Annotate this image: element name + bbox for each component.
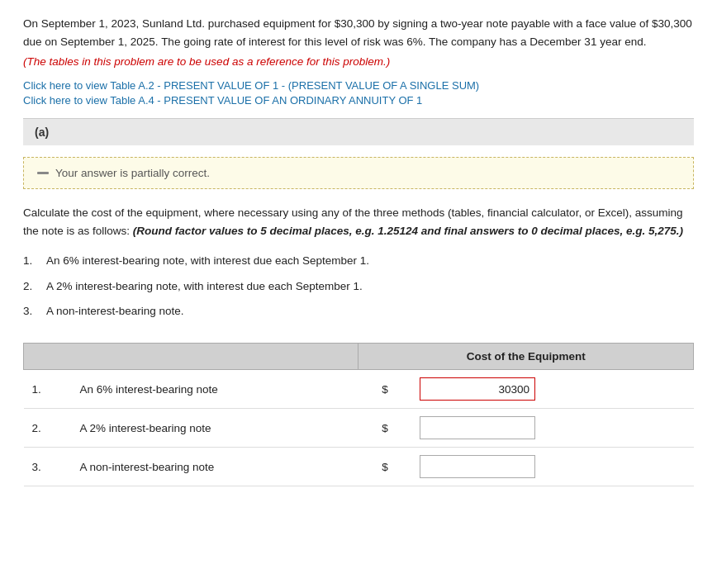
table-empty-header [24, 344, 358, 370]
table-row-1: 1. An 6% interest-bearing note $ [24, 370, 694, 409]
note-num-3: 3. [23, 303, 46, 320]
links-section: Click here to view Table A.2 - PRESENT V… [23, 79, 694, 107]
problem-text: On September 1, 2023, Sunland Ltd. purch… [23, 15, 694, 50]
table-row-2: 2. A 2% interest-bearing note $ [24, 409, 694, 448]
partial-correct-text: Your answer is partially correct. [55, 167, 210, 179]
dollar-1: $ [358, 370, 411, 409]
dollar-2: $ [358, 409, 411, 448]
cost-input-3[interactable] [420, 455, 535, 478]
partial-icon [37, 172, 49, 174]
note-num-1: 1. [23, 253, 46, 269]
note-item-2: 2. A 2% interest-bearing note, with inte… [23, 278, 694, 295]
cost-input-2[interactable] [420, 416, 535, 439]
input-cell-2 [411, 409, 694, 448]
note-text-2: A 2% interest-bearing note, with interes… [46, 278, 363, 295]
note-item-1: 1. An 6% interest-bearing note, with int… [23, 253, 694, 269]
cost-table: Cost of the Equipment 1. An 6% interest-… [23, 343, 694, 486]
note-text-3: A non-interest-bearing note. [46, 303, 184, 320]
row-num-2: 2. [24, 409, 72, 448]
input-cell-1 [411, 370, 694, 409]
table-row-3: 3. A non-interest-bearing note $ [24, 448, 694, 486]
cost-input-1[interactable] [420, 377, 535, 401]
note-list: 1. An 6% interest-bearing note, with int… [23, 253, 694, 320]
dollar-3: $ [358, 448, 411, 486]
table-cost-header: Cost of the Equipment [358, 344, 694, 370]
instructions-text: Calculate the cost of the equipment, whe… [23, 204, 694, 239]
italic-note: (The tables in this problem are to be us… [23, 55, 694, 68]
instructions-bold: (Round factor values to 5 decimal places… [133, 225, 683, 237]
note-item-3: 3. A non-interest-bearing note. [23, 303, 694, 320]
row-label-1: An 6% interest-bearing note [71, 370, 358, 409]
cost-table-section: Cost of the Equipment 1. An 6% interest-… [23, 343, 694, 486]
note-text-1: An 6% interest-bearing note, with intere… [46, 253, 369, 269]
row-label-3: A non-interest-bearing note [71, 448, 358, 486]
section-a-label: (a) [23, 119, 694, 145]
input-cell-3 [411, 448, 694, 486]
table-a4-link[interactable]: Click here to view Table A.4 - PRESENT V… [23, 94, 694, 107]
table-a2-link[interactable]: Click here to view Table A.2 - PRESENT V… [23, 79, 694, 92]
row-num-1: 1. [24, 370, 72, 409]
row-num-3: 3. [24, 448, 72, 486]
note-num-2: 2. [23, 278, 46, 295]
partial-correct-box: Your answer is partially correct. [23, 157, 694, 189]
row-label-2: A 2% interest-bearing note [71, 409, 358, 448]
